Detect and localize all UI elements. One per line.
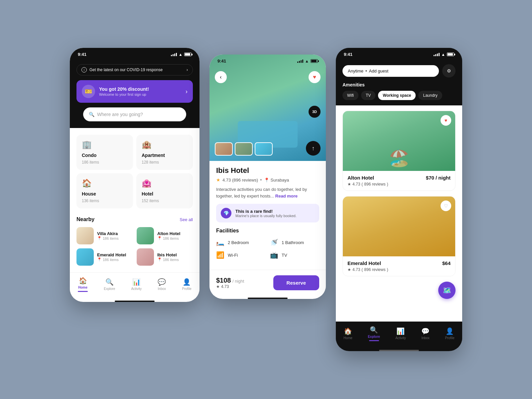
explore-nav-inbox[interactable]: 💬 Inbox: [421, 327, 430, 340]
covid-banner[interactable]: i Get the latest on our COVID-19 respons…: [76, 64, 193, 75]
anytime-text: Anytime: [348, 68, 363, 73]
nearby-ibis-hotel[interactable]: Ibis Hotel 📍 186 items: [137, 248, 193, 266]
nav-home[interactable]: 🏠 Home: [78, 277, 88, 292]
discount-title: You got 20% discount!: [99, 86, 186, 92]
filter-button[interactable]: ⚙: [442, 64, 456, 77]
amenity-laundry[interactable]: Laundry: [418, 91, 442, 100]
search-filter-row: Anytime • Add guest ⚙: [342, 64, 456, 77]
location-icon-4: 📍: [157, 257, 162, 262]
emerald-hotel-card[interactable]: ♡ Emerald Hotel $64 ★ 4.73 (896 reviews): [342, 196, 456, 276]
thumbnail-3[interactable]: [255, 142, 273, 156]
phone1-header: i Get the latest on our COVID-19 respons…: [70, 59, 200, 128]
nav-inbox[interactable]: 💬 Inbox: [158, 278, 166, 291]
emerald-card-price: $64: [442, 260, 451, 266]
bedroom-label: 2 Bedroom: [228, 240, 249, 245]
profile-nav-icon: 👤: [183, 278, 191, 286]
inbox-nav-icon: 💬: [158, 278, 166, 286]
home-nav-icon: 🏠: [79, 277, 87, 285]
house-name: House: [82, 191, 128, 197]
amenity-workspace[interactable]: Working space: [378, 91, 416, 100]
emerald-favorite-button[interactable]: ♡: [441, 200, 451, 211]
rare-find-subtitle: Marine's place is usually fully booked.: [235, 214, 297, 218]
read-more-link[interactable]: Read more: [275, 194, 298, 199]
bathroom-icon: 🚿: [270, 238, 278, 246]
amenity-wifi[interactable]: Wifi: [342, 91, 358, 100]
search-bar[interactable]: 🔍 Where are you going?: [83, 107, 186, 121]
bottom-nav-1: 🏠 Home 🔍 Explore 📊 Activity 💬 Inbox 👤 Pr…: [70, 272, 200, 299]
category-apartment[interactable]: 🏨 Apartment 128 items: [136, 135, 193, 170]
hotel-name: Ibis Hotel: [216, 166, 319, 175]
bottom-nav-3: 🏠 Home 🔍 Explore 📊 Activity 💬 Inbox 👤 Pr…: [336, 322, 462, 348]
status-icons-3: ▲: [434, 52, 454, 57]
activity-nav-icon-3: 📊: [396, 327, 405, 335]
rating-row: ★ 4.73 (896 reviews) • 📍 Surabaya: [216, 177, 319, 183]
amenity-tv[interactable]: TV: [361, 91, 375, 100]
condo-count: 186 items: [82, 160, 128, 165]
thumbnail-2[interactable]: [235, 142, 253, 156]
nearby-emerald-hotel[interactable]: Emerald Hotel 📍 186 items: [76, 248, 133, 266]
status-time-2: 9:41: [217, 59, 226, 64]
explore-nav-icon: 🔍: [105, 278, 114, 286]
alton-reviews: 896 reviews: [364, 182, 385, 187]
back-button[interactable]: ‹: [215, 71, 227, 83]
favorite-button[interactable]: ♥: [309, 71, 321, 83]
phone3-body: ♥ Alton Hotel $70 / night ★ 4.73 (896 re…: [336, 105, 462, 322]
nearby-villa-akira[interactable]: Villa Akira 📍 186 items: [76, 227, 133, 244]
home-nav-label-3: Home: [343, 336, 352, 340]
category-condo[interactable]: 🏢 Condo 186 items: [76, 135, 133, 170]
covid-text: Get the latest on our COVID-19 response: [89, 67, 163, 72]
wifi-label: Wi-Fi: [228, 253, 238, 258]
alton-card-info: Alton Hotel $70 / night ★ 4.73 (896 revi…: [343, 171, 455, 191]
alton-favorite-button[interactable]: ♥: [441, 115, 451, 126]
alton-hotel-items: 186 items: [163, 236, 179, 240]
search-icon: 🔍: [89, 112, 94, 117]
alton-card-image: ♥: [343, 111, 455, 171]
explore-nav-activity[interactable]: 📊 Activity: [395, 327, 406, 340]
nav-activity[interactable]: 📊 Activity: [131, 278, 142, 291]
3d-badge: 3D: [309, 106, 321, 118]
facility-bathroom: 🚿 1 Bathroom: [270, 238, 319, 246]
nearby-alton-hotel[interactable]: Alton Hotel 📍 186 items: [137, 227, 193, 244]
explore-nav-label-3: Explore: [368, 335, 380, 338]
see-all-link[interactable]: See all: [180, 217, 193, 222]
amenities-label: Amenities: [342, 82, 456, 87]
nav-profile[interactable]: 👤 Profile: [182, 278, 191, 291]
hotel-count: 152 items: [142, 199, 188, 203]
status-time-3: 9:41: [344, 52, 352, 57]
alton-hotel-card[interactable]: ♥ Alton Hotel $70 / night ★ 4.73 (896 re…: [342, 111, 456, 191]
house-icon: 🏠: [82, 179, 128, 188]
reserve-button[interactable]: Reserve: [273, 275, 319, 290]
discount-banner[interactable]: 🎫 You got 20% discount! Welcome to your …: [76, 80, 193, 103]
rare-find-icon: 💎: [221, 208, 231, 218]
explore-nav-explore[interactable]: 🔍 Explore: [368, 326, 380, 341]
screens-container: 9:41 ▲ i Get the latest on our COVID-19 …: [70, 48, 462, 351]
alton-rating: 4.73: [352, 182, 360, 187]
explore-search-pill[interactable]: Anytime • Add guest: [342, 65, 439, 77]
nav-explore[interactable]: 🔍 Explore: [104, 278, 115, 291]
thumbnail-1[interactable]: [215, 142, 233, 156]
apartment-name: Apartment: [142, 153, 188, 158]
explore-nav-profile[interactable]: 👤 Profile: [445, 327, 454, 340]
detail-body: Ibis Hotel ★ 4.73 (896 reviews) • 📍 Sura…: [209, 161, 326, 270]
price-star-icon: ★: [216, 284, 220, 289]
explore-nav-home[interactable]: 🏠 Home: [343, 327, 352, 340]
battery-icon-1: [184, 53, 192, 56]
phone3-header: Anytime • Add guest ⚙ Amenities Wifi TV …: [336, 59, 462, 105]
emerald-card-image: ♡: [343, 197, 455, 256]
villa-akira-items: 186 items: [103, 236, 119, 240]
category-house[interactable]: 🏠 House 136 items: [76, 173, 133, 208]
discount-icon: 🎫: [82, 85, 95, 98]
signal-icon-3: [434, 53, 440, 56]
emerald-card-info: Emerald Hotel $64 ★ 4.73 (896 reviews): [343, 256, 455, 276]
bathroom-label: 1 Bathroom: [282, 240, 304, 245]
category-hotel[interactable]: 🏩 Hotel 152 items: [136, 173, 193, 208]
share-button[interactable]: ↑: [306, 141, 321, 156]
emerald-card-rating: ★ 4.73 (896 reviews): [347, 267, 451, 272]
emerald-hotel-items: 186 items: [103, 258, 119, 262]
search-placeholder: Where are you going?: [97, 112, 143, 117]
home-nav-label: Home: [78, 286, 87, 289]
profile-nav-label: Profile: [182, 287, 191, 291]
location-icon: 📍: [97, 236, 102, 240]
map-fab-button[interactable]: 🗺️: [438, 282, 456, 299]
location-pin-icon: 📍: [264, 178, 269, 183]
